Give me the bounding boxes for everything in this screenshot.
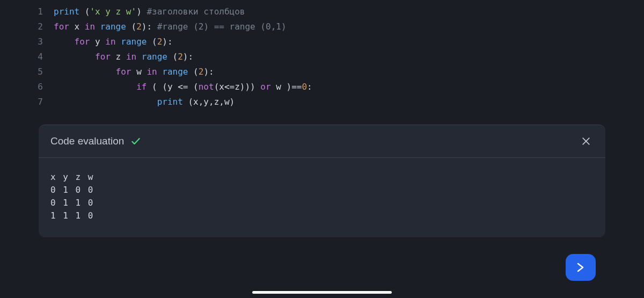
evaluation-header: Code evaluation: [39, 125, 605, 158]
token: ):: [183, 52, 193, 62]
line-number: 3: [0, 34, 54, 49]
token: in: [126, 52, 136, 62]
token: for: [54, 21, 69, 32]
code-line[interactable]: 7 print (x,y,z,w): [0, 95, 644, 110]
line-number: 5: [0, 64, 54, 79]
line-content[interactable]: print ('x y z w') #заголовки столбцов: [54, 4, 245, 19]
token: range: [142, 52, 167, 62]
token: for: [95, 52, 111, 62]
line-content[interactable]: print (x,y,z,w): [54, 95, 235, 110]
line-number: 1: [0, 4, 54, 19]
line-number: 2: [0, 19, 54, 34]
token: 2: [178, 52, 183, 62]
close-button[interactable]: [579, 134, 594, 149]
code-line[interactable]: 3 for y in range (2):: [0, 34, 644, 49]
token: (x<=z))): [214, 82, 261, 92]
line-content[interactable]: for w in range (2):: [54, 64, 214, 79]
send-button[interactable]: [566, 254, 596, 281]
token: 2: [199, 67, 204, 77]
token: #заголовки столбцов: [147, 6, 245, 17]
token: z: [111, 52, 126, 62]
token: [157, 67, 163, 77]
token: for: [116, 67, 131, 77]
token: ( (y <= (: [147, 82, 198, 92]
token: (: [167, 52, 178, 62]
token: [136, 52, 142, 62]
token: (: [126, 21, 136, 32]
token: [54, 67, 116, 77]
home-indicator[interactable]: [252, 291, 392, 294]
line-content[interactable]: for z in range (2):: [54, 49, 193, 64]
token: range: [162, 67, 188, 77]
token: #range (2) == range (0,1): [157, 21, 287, 32]
token: (: [188, 67, 198, 77]
token: for: [75, 37, 90, 47]
line-number: 4: [0, 49, 54, 64]
line-number: 6: [0, 79, 54, 95]
token: in: [105, 37, 115, 47]
token: in: [147, 67, 157, 77]
token: [54, 52, 95, 62]
token: 2: [136, 21, 142, 32]
token: ): [136, 6, 147, 17]
code-line[interactable]: 2for x in range (2): #range (2) == range…: [0, 19, 644, 34]
line-number: 7: [0, 95, 54, 110]
evaluation-output: x y z w 0 1 0 0 0 1 1 0 1 1 1 0: [39, 158, 605, 237]
token: (: [79, 6, 90, 17]
token: (: [147, 37, 157, 47]
token: ):: [142, 21, 157, 32]
token: x: [69, 21, 85, 32]
line-content[interactable]: for x in range (2): #range (2) == range …: [54, 19, 287, 34]
token: range: [121, 37, 147, 47]
token: w: [131, 67, 147, 77]
token: in: [85, 21, 95, 32]
token: [54, 37, 75, 47]
token: [95, 21, 100, 32]
line-content[interactable]: for y in range (2):: [54, 34, 173, 49]
token: [116, 37, 121, 47]
token: (x,y,z,w): [183, 97, 235, 107]
token: 0: [302, 82, 307, 92]
evaluation-panel: Code evaluation x y z w 0 1 0 0 0 1 1 0 …: [39, 125, 605, 237]
token: print: [157, 97, 183, 107]
token: ):: [162, 37, 172, 47]
token: ):: [203, 67, 214, 77]
token: if: [136, 82, 147, 92]
token: [54, 97, 157, 107]
token: 2: [157, 37, 163, 47]
evaluation-title: Code evaluation: [50, 135, 124, 147]
line-content[interactable]: if ( (y <= (not(x<=z))) or w )==0:: [54, 79, 312, 95]
token: y: [90, 37, 105, 47]
token: range: [100, 21, 126, 32]
check-icon: [130, 136, 141, 147]
token: :: [307, 82, 312, 92]
token: 'x y z w': [90, 6, 136, 17]
code-line[interactable]: 5 for w in range (2):: [0, 64, 644, 79]
token: w )==: [271, 82, 302, 92]
token: or: [260, 82, 270, 92]
token: not: [199, 82, 214, 92]
token: [54, 82, 136, 92]
token: print: [54, 6, 79, 17]
code-line[interactable]: 6 if ( (y <= (not(x<=z))) or w )==0:: [0, 79, 644, 95]
code-line[interactable]: 1print ('x y z w') #заголовки столбцов: [0, 4, 644, 19]
code-line[interactable]: 4 for z in range (2):: [0, 49, 644, 64]
code-editor[interactable]: 1print ('x y z w') #заголовки столбцов2f…: [0, 0, 644, 120]
